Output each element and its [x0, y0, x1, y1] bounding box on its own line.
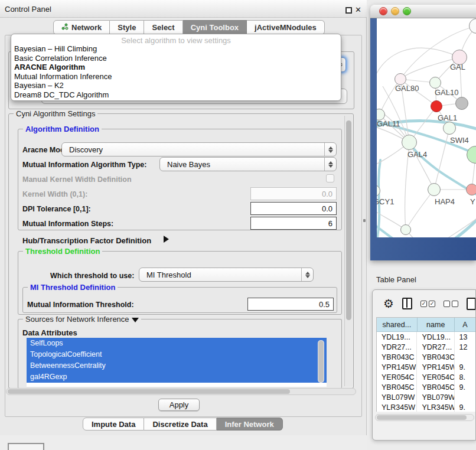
- dropdown-item[interactable]: Bayesian – K2: [11, 81, 341, 90]
- dropdown-item[interactable]: Dream8 DC_TDC Algorithm: [11, 90, 341, 100]
- network-view-window: GAL GAL80 GAL10 GAL1 GAL11 SWI4 GAL4 GCY…: [370, 5, 476, 260]
- dpi-tolerance-label: DPI Tolerance [0,1]:: [22, 205, 91, 213]
- table-header-row: shared... name A: [377, 318, 476, 332]
- manual-kernel-label: Manual Kernel Width Definition: [22, 175, 132, 184]
- settings-vertical-scrollbar[interactable]: [344, 116, 352, 386]
- node-label: GAL80: [395, 84, 419, 93]
- dropdown-item[interactable]: Mutual Information Inference: [11, 72, 341, 81]
- deselect-all-columns-icon[interactable]: [444, 301, 458, 307]
- control-panel-titlebar: Control Panel ✕: [0, 0, 367, 18]
- combobox-spinner-icon[interactable]: [301, 268, 313, 281]
- tab-infer-network[interactable]: Infer Network: [217, 418, 283, 431]
- mi-steps-field[interactable]: 6: [250, 217, 337, 230]
- node-label: SWI4: [450, 136, 469, 145]
- group-title: Threshold Definition: [23, 247, 102, 256]
- dropdown-item-selected[interactable]: ARACNE Algorithm: [11, 63, 341, 72]
- minimize-traffic-light-icon[interactable]: [391, 7, 399, 15]
- select-all-columns-icon[interactable]: ✓✓: [420, 301, 435, 307]
- manual-kernel-checkbox[interactable]: [326, 174, 334, 182]
- new-table-icon[interactable]: [467, 298, 476, 310]
- zoom-traffic-light-icon[interactable]: [403, 7, 411, 15]
- float-window-icon[interactable]: [345, 7, 352, 14]
- table-toolbar: ⚙ ✓✓: [373, 290, 476, 317]
- split-divider-handle[interactable]: [363, 219, 366, 222]
- network-canvas[interactable]: GAL GAL80 GAL10 GAL1 GAL11 SWI4 GAL4 GCY…: [377, 18, 476, 237]
- tab-jactivemnodules[interactable]: jActiveMNodules: [247, 20, 325, 35]
- node-table: shared... name A YDL19...YDL19...13 YDR2…: [376, 317, 476, 412]
- close-traffic-light-icon[interactable]: [379, 7, 387, 15]
- group-title: Sources for Network Inference: [23, 315, 141, 324]
- table-panel-title: Table Panel: [376, 275, 416, 284]
- list-item[interactable]: BetweennessCentrality: [27, 360, 327, 371]
- top-tabbar: Network Style Select Cyni Toolbox jActiv…: [53, 20, 325, 35]
- group-title: MI Threshold Definition: [28, 283, 118, 292]
- scrollbar-thumb[interactable]: [377, 415, 467, 420]
- table-row[interactable]: YER054CYER054C8.: [377, 372, 476, 382]
- settings-horizontal-scrollbar[interactable]: [6, 388, 356, 395]
- dpi-tolerance-field[interactable]: 0.0: [250, 202, 337, 215]
- scrollbar-thumb[interactable]: [346, 120, 351, 320]
- network-window-titlebar[interactable]: [370, 5, 476, 18]
- table-row[interactable]: YBR043CYBR043C: [377, 352, 476, 362]
- network-node[interactable]: [443, 122, 456, 135]
- mi-type-label: Mutual Information Algorithm Type:: [22, 161, 146, 169]
- list-item[interactable]: TopologicalCoefficient: [27, 349, 327, 360]
- table-row[interactable]: YBL079WYBL079W: [377, 392, 476, 402]
- node-label: GAL1: [438, 113, 457, 122]
- group-title: Cyni Algorithm Settings: [14, 109, 97, 118]
- mi-threshold-field[interactable]: 0.5: [247, 298, 334, 311]
- list-item[interactable]: gal4RGexp: [27, 371, 327, 383]
- collapse-arrow-icon[interactable]: [132, 318, 139, 322]
- table-row[interactable]: YPR145WYPR145W9.: [377, 362, 476, 372]
- algorithm-dropdown-list: Select algorithm to view settings Bayesi…: [11, 34, 341, 101]
- network-node[interactable]: [431, 100, 442, 112]
- mi-type-combobox[interactable]: Naive Bayes: [159, 157, 337, 171]
- tab-select[interactable]: Select: [144, 20, 182, 35]
- combobox-spinner-icon[interactable]: [324, 143, 336, 156]
- table-row[interactable]: YDR27...YDR27...12: [377, 342, 476, 352]
- tab-network[interactable]: Network: [53, 20, 110, 35]
- table-row[interactable]: YBR045CYBR045C9.: [377, 382, 476, 392]
- combobox-spinner-icon[interactable]: [324, 158, 336, 171]
- network-node[interactable]: [455, 97, 468, 110]
- mi-threshold-label: Mutual Information Threshold:: [27, 301, 134, 309]
- scrollbar-thumb[interactable]: [8, 389, 290, 394]
- table-horizontal-scrollbar[interactable]: [375, 414, 474, 421]
- dropdown-item[interactable]: Basic Correlation Inference: [11, 54, 341, 63]
- mi-steps-label: Mutual Information Steps:: [22, 220, 113, 228]
- network-node[interactable]: [428, 183, 441, 196]
- network-node[interactable]: [466, 184, 476, 195]
- node-label: GAL11: [377, 119, 400, 128]
- close-icon[interactable]: ✕: [355, 5, 361, 14]
- tab-style[interactable]: Style: [110, 20, 144, 35]
- list-item[interactable]: SelfLoops: [27, 338, 327, 349]
- dropdown-item[interactable]: Bayesian – Hill Climbing: [11, 44, 341, 54]
- scrollbar-thumb[interactable]: [318, 341, 324, 382]
- bottom-strip: [0, 435, 367, 450]
- list-scrollbar[interactable]: [318, 340, 324, 383]
- kernel-width-label: Kernel Width (0,1):: [22, 190, 87, 198]
- node-label: GAL10: [435, 88, 458, 97]
- column-header[interactable]: shared...: [377, 318, 418, 332]
- network-node[interactable]: [429, 77, 441, 89]
- apply-button[interactable]: Apply: [158, 399, 200, 411]
- columns-icon[interactable]: [402, 298, 412, 309]
- network-node[interactable]: [402, 135, 417, 150]
- dropdown-placeholder: Select algorithm to view settings: [11, 34, 341, 44]
- network-node[interactable]: [395, 73, 406, 85]
- tab-discretize-data[interactable]: Discretize Data: [144, 418, 216, 431]
- tab-cyni-toolbox[interactable]: Cyni Toolbox: [183, 20, 247, 35]
- aracne-mode-combobox[interactable]: Discovery: [61, 142, 337, 156]
- table-row[interactable]: YDL19...YDL19...13: [377, 332, 476, 342]
- table-row[interactable]: YLR345WYLR345W9.: [377, 402, 476, 412]
- kernel-width-field[interactable]: 0.0: [250, 187, 337, 200]
- gear-icon[interactable]: ⚙: [383, 298, 394, 309]
- tab-impute-data[interactable]: Impute Data: [83, 418, 144, 431]
- tab-label: Network: [71, 23, 102, 32]
- network-node[interactable]: [400, 224, 411, 235]
- column-header[interactable]: name: [418, 318, 455, 332]
- data-attributes-list[interactable]: SelfLoops TopologicalCoefficient Between…: [27, 338, 327, 387]
- column-header[interactable]: A: [455, 318, 476, 332]
- expand-arrow-icon[interactable]: [164, 236, 169, 243]
- which-threshold-combobox[interactable]: MI Threshold: [139, 268, 314, 282]
